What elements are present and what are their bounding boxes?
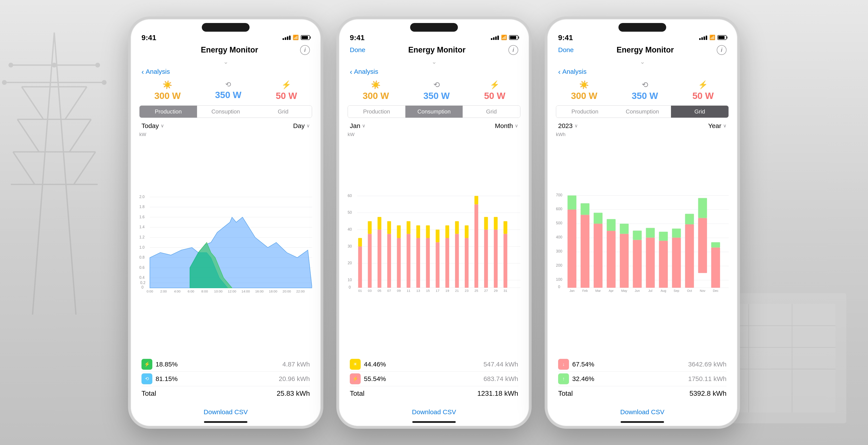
- battery-icon-3: [717, 35, 726, 40]
- svg-rect-103: [465, 238, 468, 288]
- back-chevron-1: ‹: [142, 67, 144, 76]
- svg-line-10: [13, 152, 35, 184]
- svg-rect-150: [594, 213, 602, 223]
- analysis-back-2[interactable]: ‹ Analysis: [339, 66, 529, 78]
- period-row-1: Today ∨ Day ∨: [131, 120, 321, 132]
- stat-badge-1-1: ⚡: [142, 359, 152, 370]
- nav-info-button-1[interactable]: i: [300, 45, 310, 55]
- download-csv-2[interactable]: Download CSV: [339, 405, 529, 419]
- phone-2: 9:41 📶 Done Energy Monitor i: [336, 17, 532, 429]
- stat-percent-3-1: 67.54%: [572, 360, 594, 368]
- svg-text:22:00: 22:00: [296, 289, 305, 293]
- stat-badge-2-2: ⚡: [350, 373, 361, 384]
- tab-production-2[interactable]: Production: [348, 106, 405, 118]
- stat-percent-1-1: 18.85%: [156, 360, 178, 368]
- period-left-1[interactable]: Today ∨: [142, 122, 164, 130]
- tab-grid-1[interactable]: Grid: [254, 106, 312, 118]
- period-left-chevron-1: ∨: [161, 123, 164, 129]
- stat-percent-3-2: 32.46%: [572, 375, 594, 383]
- stat-percent-1-2: 81.15%: [156, 375, 178, 383]
- nav-info-button-2[interactable]: i: [508, 45, 518, 55]
- tab-consumption-3[interactable]: Consumption: [614, 106, 671, 118]
- period-left-3[interactable]: 2023 ∨: [558, 122, 578, 130]
- period-left-2[interactable]: Jan ∨: [350, 122, 365, 130]
- analysis-back-3[interactable]: ‹ Analysis: [547, 66, 737, 78]
- svg-rect-84: [368, 221, 372, 234]
- stat-home-1: ⟲ 350 W: [215, 80, 241, 101]
- done-button-2[interactable]: Done: [350, 46, 365, 54]
- svg-text:1.4: 1.4: [139, 225, 145, 229]
- download-csv-1[interactable]: Download CSV: [131, 405, 321, 419]
- svg-text:30: 30: [348, 244, 352, 248]
- home-icon-3: ⟲: [642, 80, 648, 89]
- phone-1: 9:41 📶 Energy Monitor i ⌄: [128, 17, 323, 429]
- nav-bar-2: Done Energy Monitor i: [339, 42, 529, 57]
- svg-rect-81: [358, 246, 362, 287]
- period-right-chevron-3: ∨: [723, 123, 726, 129]
- stat-badge-2-1: ☀: [350, 359, 361, 370]
- svg-text:1.2: 1.2: [139, 235, 145, 239]
- period-left-label-2: Jan: [350, 122, 360, 130]
- status-time-1: 9:41: [142, 33, 156, 42]
- svg-rect-92: [407, 221, 410, 234]
- analysis-back-1[interactable]: ‹ Analysis: [131, 66, 321, 78]
- home-indicator-2: [412, 421, 456, 423]
- svg-line-7: [65, 87, 87, 119]
- svg-text:0.6: 0.6: [139, 265, 145, 269]
- svg-rect-168: [711, 242, 720, 247]
- status-bar-2: 9:41 📶: [339, 32, 529, 42]
- nav-info-button-3[interactable]: i: [717, 45, 726, 55]
- scroll-indicator-2: ⌄: [339, 57, 529, 66]
- tab-production-3[interactable]: Production: [556, 106, 614, 118]
- svg-rect-111: [503, 234, 507, 288]
- svg-text:Sep: Sep: [674, 289, 679, 292]
- chart-svg-3: 700 600 500 400 300 200 100 0: [556, 132, 729, 353]
- tab-bar-1: Production Consuption Grid: [139, 105, 312, 118]
- done-button-3[interactable]: Done: [558, 46, 574, 54]
- dynamic-island-2: [410, 23, 458, 32]
- energy-stats-3: ☀️ 300 W ⟲ 350 W ⚡ 50 W: [547, 78, 737, 103]
- stat-grid-2: ⚡ 50 W: [484, 80, 505, 101]
- grid-icon-3: ⚡: [698, 80, 708, 89]
- period-right-1[interactable]: Day ∨: [293, 122, 310, 130]
- chart-area-3: kWh 700 600 500 400 300 200 100 0: [547, 132, 737, 353]
- svg-rect-90: [397, 225, 401, 238]
- svg-rect-151: [607, 231, 616, 288]
- svg-text:60: 60: [348, 193, 352, 198]
- tower-left-icon: [0, 22, 108, 325]
- tab-grid-2[interactable]: Grid: [463, 106, 520, 118]
- svg-text:16:00: 16:00: [255, 289, 264, 293]
- svg-rect-82: [358, 238, 362, 247]
- download-csv-3[interactable]: Download CSV: [547, 405, 737, 419]
- analysis-label-2: Analysis: [354, 68, 378, 75]
- tab-production-1[interactable]: Production: [140, 106, 197, 118]
- home-value-2: 350 W: [423, 91, 450, 101]
- tab-consumption-1[interactable]: Consuption: [197, 106, 254, 118]
- scroll-indicator-1: ⌄: [131, 57, 321, 66]
- tab-grid-3[interactable]: Grid: [671, 106, 728, 118]
- total-value-2: 1231.18 kWh: [477, 389, 518, 398]
- total-value-3: 5392.8 kWh: [689, 389, 726, 398]
- svg-text:4:00: 4:00: [174, 289, 181, 293]
- svg-text:May: May: [621, 289, 627, 292]
- home-icon-1: ⟲: [225, 80, 231, 89]
- period-right-3[interactable]: Year ∨: [708, 122, 726, 130]
- svg-text:8:00: 8:00: [202, 289, 208, 293]
- svg-text:31: 31: [503, 289, 507, 292]
- chart-stats-1: ⚡ 18.85% 4.87 kWh ⟲ 81.15% 20.96 kWh Tot…: [131, 353, 321, 405]
- chart-svg-1: 2.0 1.8 1.6 1.4 1.2 1.0 0.8 0.6 0.4 0.2 …: [139, 132, 312, 353]
- svg-text:10:00: 10:00: [214, 289, 223, 293]
- stat-kwh-3-2: 1750.11 kWh: [688, 375, 726, 383]
- solar-icon-1: ☀️: [162, 80, 172, 89]
- period-right-2[interactable]: Month ∨: [495, 122, 518, 130]
- signal-icon-3: [699, 35, 707, 40]
- chart-stats-3: ↓ 67.54% 3642.69 kWh ↑ 32.46% 1750.11 kW…: [547, 353, 737, 405]
- total-label-1: Total: [142, 389, 156, 398]
- tab-consumption-2[interactable]: Consumption: [405, 106, 463, 118]
- svg-text:Mar: Mar: [595, 289, 601, 292]
- wifi-icon-2: 📶: [501, 35, 507, 40]
- analysis-label-1: Analysis: [146, 68, 170, 75]
- svg-rect-98: [436, 229, 439, 242]
- period-left-label-3: 2023: [558, 122, 573, 130]
- signal-icon-2: [491, 35, 499, 40]
